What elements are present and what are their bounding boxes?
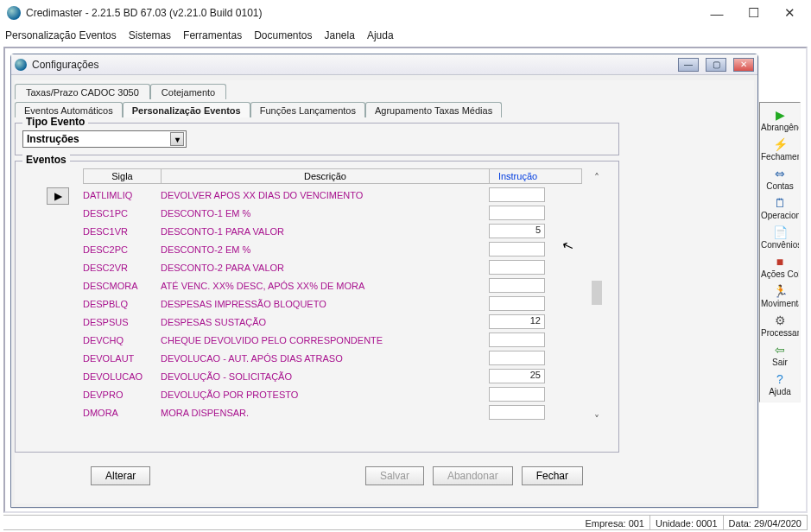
toolbar-item[interactable]: ⚡Fechamento	[762, 136, 798, 163]
toolbar-item[interactable]: ▶Abrangência	[762, 106, 798, 134]
toolbar-item-icon: ⇦	[770, 343, 789, 357]
table-row[interactable]: DEVPRODEVOLUÇÃO POR PROTESTO	[83, 385, 582, 403]
cell-instrucao[interactable]: 12	[489, 314, 545, 329]
toolbar-item[interactable]: ?Ajuda	[762, 370, 798, 398]
cell-descricao: DESCONTO-1 EM %	[161, 208, 489, 218]
cell-sigla: DESC1VR	[83, 226, 161, 237]
toolbar-item-icon: ?	[770, 372, 789, 386]
status-empresa: Empresa: 001	[580, 515, 650, 530]
grid-header: Sigla Descrição Instrução	[83, 168, 582, 184]
tab-funcoes-lancamentos[interactable]: Funções Lançamentos	[250, 102, 365, 117]
toolbar-item-label: Ajuda	[769, 387, 791, 396]
tab-personalizacao-eventos[interactable]: Personalização Eventos	[123, 102, 250, 117]
cell-instrucao[interactable]	[489, 278, 545, 293]
eventos-legend: Eventos	[22, 154, 70, 166]
cell-sigla: DESC2VR	[83, 263, 161, 273]
mdi-client-area: Configurações — ▢ ✕ Taxas/Prazo CADOC 30…	[3, 47, 808, 513]
child-close-button[interactable]: ✕	[733, 58, 754, 72]
table-row[interactable]: DEVOLAUTDEVOLUCAO - AUT. APÓS DIAS ATRAS…	[83, 349, 582, 367]
abandonar-button: Abandonar	[433, 466, 513, 485]
cell-instrucao[interactable]	[489, 187, 545, 202]
scroll-track[interactable]	[591, 186, 603, 412]
menu-item[interactable]: Ajuda	[367, 29, 394, 41]
table-row[interactable]: DESPSUSDESPESAS SUSTAÇÃO12	[83, 313, 582, 331]
close-button[interactable]: ✕	[771, 1, 808, 25]
menu-item[interactable]: Documentos	[254, 29, 312, 41]
table-row[interactable]: DEVCHQCHEQUE DEVOLVIDO PELO CORRESPONDEN…	[83, 331, 582, 349]
cell-instrucao[interactable]	[489, 351, 545, 365]
config-icon	[15, 59, 27, 71]
toolbar-item[interactable]: ⚙Processam...	[762, 312, 798, 339]
cell-sigla: DEVOLUCAO	[83, 371, 161, 382]
table-row[interactable]: DESCMORAATÉ VENC. XX% DESC, APÓS XX% DE …	[83, 276, 582, 294]
menu-item[interactable]: Janela	[325, 29, 355, 41]
tipo-evento-value: Instruções	[27, 133, 170, 145]
scrollbar[interactable]: ˄ ˅	[582, 168, 611, 428]
cell-instrucao[interactable]: 25	[489, 369, 545, 383]
salvar-button: Salvar	[365, 466, 424, 485]
table-row[interactable]: DEVOLUCAODEVOLUÇÃO - SOLICITAÇÃO25	[83, 367, 582, 385]
table-row[interactable]: DESC1VRDESCONTO-1 PARA VALOR5	[83, 222, 582, 240]
config-title: Configurações	[32, 59, 671, 71]
child-maximize-button[interactable]: ▢	[706, 58, 726, 72]
toolbar-item[interactable]: ■Ações Cob.	[762, 253, 798, 281]
fechar-button[interactable]: Fechar	[522, 466, 583, 485]
scroll-down-icon[interactable]: ˅	[590, 412, 604, 428]
cell-sigla: DESCMORA	[83, 281, 161, 291]
table-row[interactable]: DESC2VRDESCONTO-2 PARA VALOR	[83, 258, 582, 276]
toolbar-item-label: Abrangência	[761, 123, 799, 132]
cell-descricao: DESCONTO-1 PARA VALOR	[161, 226, 489, 237]
chevron-down-icon[interactable]: ▾	[170, 132, 184, 146]
toolbar-item-label: Contas	[766, 181, 794, 191]
toolbar-item-label: Ações Cob.	[761, 269, 799, 279]
toolbar-item-icon: 🏃	[770, 284, 789, 298]
toolbar-item[interactable]: ⇦Sair	[762, 341, 798, 369]
menu-item[interactable]: Ferramentas	[183, 29, 242, 41]
alterar-button[interactable]: Alterar	[91, 466, 150, 485]
minimize-button[interactable]: —	[699, 1, 735, 25]
config-title-bar[interactable]: Configurações — ▢ ✕	[11, 54, 757, 75]
cell-instrucao[interactable]	[489, 242, 545, 256]
toolbar-item[interactable]: 🗒Operacional	[762, 194, 798, 222]
table-row[interactable]: DESPBLQDESPESAS IMPRESSÃO BLOQUETO	[83, 294, 582, 313]
toolbar-item-icon: ▶	[770, 108, 789, 122]
table-row[interactable]: DMORAMORA DISPENSAR.	[83, 403, 582, 421]
table-row[interactable]: DESC1PCDESCONTO-1 EM %	[83, 204, 582, 222]
col-descricao[interactable]: Descrição	[162, 169, 490, 183]
status-bar: Empresa: 001 Unidade: 0001 Data: 29/04/2…	[3, 515, 808, 530]
tab-agrupamento-taxas[interactable]: Agrupamento Taxas Médias	[365, 102, 502, 117]
toolbar-item[interactable]: 📄Convênios	[762, 224, 798, 251]
col-instrucao[interactable]: Instrução	[490, 169, 546, 183]
toolbar-item[interactable]: ⇔Contas	[762, 165, 798, 193]
tab-cotejamento[interactable]: Cotejamento	[150, 84, 226, 99]
cell-instrucao[interactable]	[489, 387, 545, 402]
cell-sigla: DEVOLAUT	[83, 353, 161, 364]
cell-descricao: ATÉ VENC. XX% DESC, APÓS XX% DE MORA	[161, 281, 489, 291]
cell-instrucao[interactable]	[489, 260, 545, 275]
col-sigla[interactable]: Sigla	[84, 169, 162, 183]
app-icon	[7, 6, 21, 20]
scroll-up-icon[interactable]: ˄	[590, 170, 604, 186]
maximize-button[interactable]: ☐	[735, 1, 771, 25]
cell-descricao: DEVOLVER APOS XX DIAS DO VENCIMENTO	[161, 190, 489, 200]
toolbar-item[interactable]: 🏃Movimenta...	[762, 282, 798, 310]
cell-instrucao[interactable]	[489, 206, 545, 220]
cell-instrucao[interactable]	[489, 296, 545, 311]
tab-taxas-prazo[interactable]: Taxas/Prazo CADOC 3050	[15, 84, 150, 99]
cell-descricao: DESCONTO-2 PARA VALOR	[161, 263, 489, 273]
child-minimize-button[interactable]: —	[678, 58, 699, 72]
cell-instrucao[interactable]	[489, 405, 545, 420]
table-row[interactable]: DATLIMLIQDEVOLVER APOS XX DIAS DO VENCIM…	[83, 186, 582, 204]
table-row[interactable]: DESC2PCDESCONTO-2 EM %	[83, 240, 582, 258]
config-window: Configurações — ▢ ✕ Taxas/Prazo CADOC 30…	[10, 54, 758, 508]
cell-instrucao[interactable]	[489, 332, 545, 347]
menu-item[interactable]: Personalização Eventos	[5, 29, 117, 41]
tipo-evento-select[interactable]: Instruções ▾	[22, 130, 187, 148]
row-header-col: ▶	[22, 168, 83, 428]
current-row-marker[interactable]: ▶	[47, 187, 69, 205]
cell-instrucao[interactable]: 5	[489, 224, 545, 238]
cell-sigla: DESC1PC	[83, 208, 161, 218]
tabs-top: Taxas/Prazo CADOC 3050 Cotejamento	[15, 80, 754, 99]
menu-item[interactable]: Sistemas	[129, 29, 171, 41]
scroll-thumb[interactable]	[592, 281, 602, 305]
